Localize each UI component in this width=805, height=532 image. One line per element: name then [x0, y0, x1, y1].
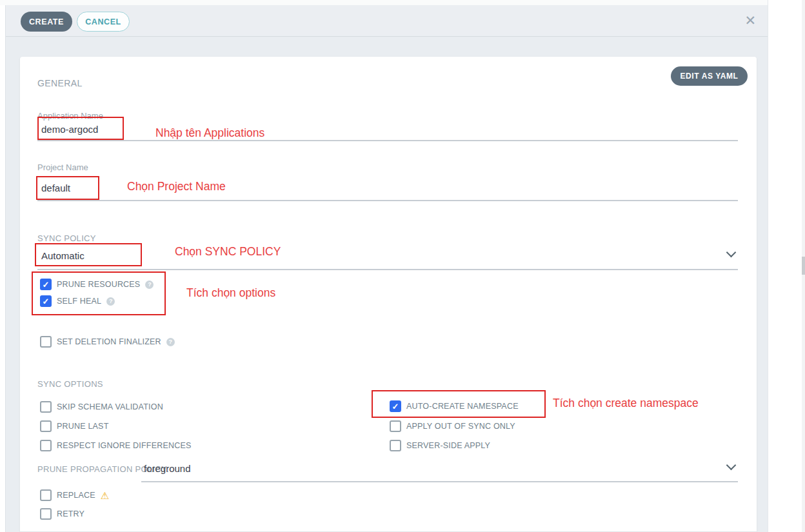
- self-heal-checkbox[interactable]: ✓: [40, 295, 52, 307]
- replace-checkbox[interactable]: [40, 489, 52, 501]
- retry-checkbox[interactable]: [40, 508, 52, 520]
- annotation-sync-policy: Chọn SYNC POLICY: [175, 245, 281, 259]
- set-deletion-finalizer-row[interactable]: SET DELETION FINALIZER ?: [40, 336, 175, 348]
- prune-resources-label: PRUNE RESOURCES: [57, 280, 140, 289]
- checkmark-icon: ✓: [392, 402, 399, 411]
- application-name-underline: [37, 140, 738, 141]
- create-button[interactable]: CREATE: [21, 12, 72, 32]
- prune-propagation-policy-select[interactable]: foreground: [144, 463, 191, 474]
- server-side-apply-checkbox[interactable]: [390, 440, 401, 451]
- warning-icon: ⚠: [101, 491, 109, 500]
- chevron-down-icon[interactable]: [726, 460, 737, 471]
- skip-schema-validation-label: SKIP SCHEMA VALIDATION: [57, 402, 163, 411]
- help-icon[interactable]: ?: [106, 297, 115, 306]
- set-deletion-finalizer-checkbox[interactable]: [40, 336, 52, 348]
- auto-create-namespace-checkbox[interactable]: ✓: [390, 400, 401, 412]
- retry-row[interactable]: RETRY: [40, 508, 84, 520]
- scrollbar-thumb[interactable]: [802, 257, 805, 275]
- chevron-down-icon[interactable]: [726, 248, 737, 258]
- new-application-screen: CREATE CANCEL ✕ GENERAL EDIT AS YAML App…: [0, 0, 805, 532]
- respect-ignore-differences-row[interactable]: RESPECT IGNORE DIFFERENCES: [40, 440, 191, 451]
- help-icon[interactable]: ?: [166, 338, 175, 346]
- scrollbar-track[interactable]: [802, 0, 805, 532]
- annotation-options: Tích chọn options: [186, 286, 275, 300]
- server-side-apply-row[interactable]: SERVER-SIDE APPLY: [390, 440, 490, 451]
- prune-propagation-underline: [141, 481, 738, 482]
- self-heal-row[interactable]: ✓ SELF HEAL ?: [40, 295, 115, 307]
- cancel-button[interactable]: CANCEL: [77, 12, 130, 32]
- auto-create-namespace-label: AUTO-CREATE NAMESPACE: [406, 402, 519, 411]
- respect-ignore-differences-label: RESPECT IGNORE DIFFERENCES: [57, 441, 191, 450]
- checkmark-icon: ✓: [43, 297, 50, 306]
- edit-as-yaml-button[interactable]: EDIT AS YAML: [671, 66, 748, 86]
- sync-policy-underline: [37, 269, 738, 270]
- self-heal-label: SELF HEAL: [57, 297, 101, 306]
- annotation-project-name: Chọn Project Name: [127, 180, 226, 193]
- close-icon[interactable]: ✕: [744, 13, 756, 28]
- set-deletion-finalizer-label: SET DELETION FINALIZER: [57, 337, 161, 346]
- annotation-box-application-name: [37, 117, 124, 140]
- prune-last-checkbox[interactable]: [40, 420, 52, 432]
- apply-out-of-sync-only-row[interactable]: APPLY OUT OF SYNC ONLY: [390, 420, 515, 432]
- page-top-strip: [0, 0, 805, 5]
- skip-schema-validation-checkbox[interactable]: [40, 401, 52, 413]
- section-title: GENERAL: [37, 78, 83, 88]
- panel-toolbar: CREATE CANCEL ✕: [6, 5, 768, 37]
- general-section-card: GENERAL EDIT AS YAML Application Name de…: [20, 57, 757, 532]
- respect-ignore-differences-checkbox[interactable]: [40, 440, 52, 451]
- prune-resources-row[interactable]: ✓ PRUNE RESOURCES ?: [40, 279, 154, 290]
- sync-policy-label: SYNC POLICY: [37, 233, 96, 243]
- replace-label: REPLACE: [57, 491, 95, 500]
- apply-out-of-sync-only-checkbox[interactable]: [390, 420, 401, 432]
- prune-resources-checkbox[interactable]: ✓: [40, 279, 52, 290]
- checkmark-icon: ✓: [43, 281, 50, 289]
- sync-options-title: SYNC OPTIONS: [37, 379, 103, 389]
- project-name-label: Project Name: [37, 163, 88, 172]
- server-side-apply-label: SERVER-SIDE APPLY: [406, 441, 490, 450]
- page-background-strip: [768, 0, 805, 532]
- project-name-underline: [37, 200, 738, 201]
- annotation-namespace: Tích chọn create namespace: [553, 397, 699, 410]
- auto-create-namespace-row[interactable]: ✓ AUTO-CREATE NAMESPACE: [390, 400, 519, 412]
- prune-last-label: PRUNE LAST: [57, 422, 109, 431]
- new-app-slide-panel: CREATE CANCEL ✕ GENERAL EDIT AS YAML App…: [5, 5, 768, 532]
- prune-last-row[interactable]: PRUNE LAST: [40, 420, 109, 432]
- retry-label: RETRY: [57, 509, 84, 518]
- annotation-box-sync-policy: [35, 243, 142, 266]
- annotation-application-name: Nhập tên Applications: [155, 126, 264, 140]
- annotation-box-project-name: [36, 176, 99, 200]
- help-icon[interactable]: ?: [145, 281, 154, 289]
- apply-out-of-sync-only-label: APPLY OUT OF SYNC ONLY: [406, 422, 515, 431]
- skip-schema-validation-row[interactable]: SKIP SCHEMA VALIDATION: [40, 401, 163, 413]
- replace-row[interactable]: REPLACE ⚠: [40, 489, 109, 501]
